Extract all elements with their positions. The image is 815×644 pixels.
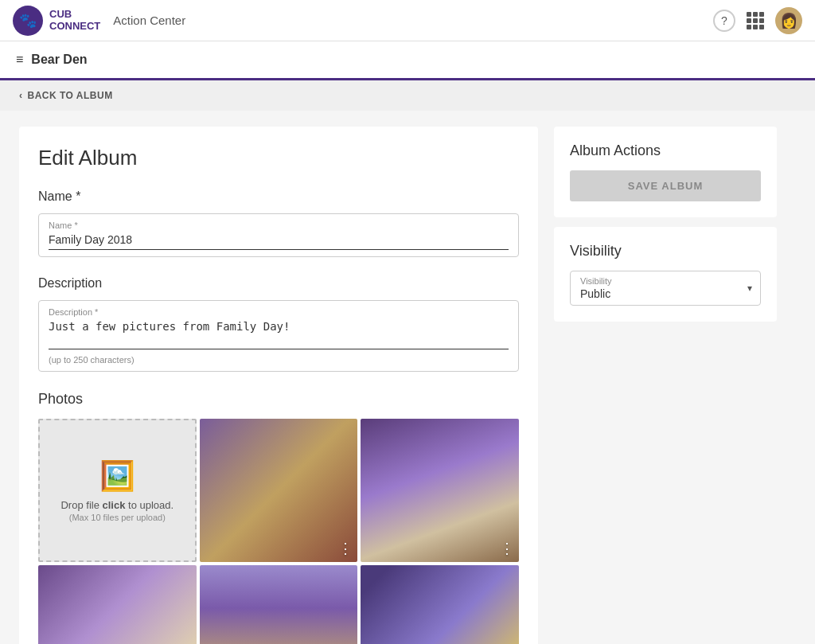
description-section-label: Description <box>38 276 519 291</box>
logo-icon: 🐾 <box>13 6 43 36</box>
description-field-label: Description * <box>49 307 509 317</box>
char-hint: (up to 250 characters) <box>49 355 509 365</box>
right-panel: Album Actions SAVE ALBUM Visibility Visi… <box>554 127 777 644</box>
help-icon[interactable]: ? <box>713 10 735 32</box>
header-right: ? 👩 <box>713 7 802 34</box>
name-input[interactable] <box>49 232 509 250</box>
description-section: Description Description * (up to 250 cha… <box>38 276 519 372</box>
upload-icon: 🖼️ <box>99 459 135 493</box>
photo-upload-box[interactable]: 🖼️ Drop file click to upload. (Max 10 fi… <box>38 419 197 562</box>
photo-thumb-1[interactable]: ⋮ <box>200 419 358 562</box>
upload-max-text: (Max 10 files per upload) <box>69 513 166 522</box>
logo-cub: CUB <box>49 9 100 20</box>
avatar[interactable]: 👩 <box>775 7 802 34</box>
photo-thumb-5[interactable] <box>361 565 519 644</box>
upload-text: Drop file click to upload. <box>60 499 174 511</box>
visibility-card: Visibility Visibility Public Private Res… <box>554 227 777 322</box>
photos-title: Photos <box>38 391 519 408</box>
logo-area[interactable]: 🐾 CUB CONNECT <box>13 6 100 36</box>
logo-text: CUB CONNECT <box>49 9 100 32</box>
back-to-album-link[interactable]: ‹ BACK TO ALBUM <box>19 90 796 101</box>
main-content: Edit Album Name * Name * Description Des… <box>0 111 796 644</box>
logo-connect: CONNECT <box>49 21 100 32</box>
visibility-label: Visibility <box>580 276 751 286</box>
sub-header-title: Bear Den <box>31 53 87 67</box>
visibility-select-wrapper: Visibility Public Private Restricted ▾ <box>570 271 761 306</box>
hamburger-menu[interactable]: ≡ <box>16 53 23 67</box>
header-left: 🐾 CUB CONNECT Action Center <box>13 6 185 36</box>
album-actions-card: Album Actions SAVE ALBUM <box>554 127 777 217</box>
name-section-label: Name * <box>38 189 519 204</box>
photos-section: Photos 🖼️ Drop file click to upload. (Ma… <box>38 391 519 644</box>
photo-options-icon-1[interactable]: ⋮ <box>338 540 353 557</box>
header: 🐾 CUB CONNECT Action Center ? 👩 <box>0 0 815 41</box>
apps-icon[interactable] <box>747 12 764 29</box>
description-textarea[interactable] <box>49 318 509 349</box>
photo-thumb-2[interactable]: ⋮ <box>361 419 519 562</box>
left-panel: Edit Album Name * Name * Description Des… <box>19 127 538 644</box>
name-field-wrapper: Name * <box>38 213 519 257</box>
photos-grid: 🖼️ Drop file click to upload. (Max 10 fi… <box>38 419 519 644</box>
sub-header: ≡ Bear Den <box>0 41 815 80</box>
name-section: Name * Name * <box>38 189 519 257</box>
name-field-label: Name * <box>49 221 509 230</box>
page-title: Edit Album <box>38 146 519 170</box>
save-album-button[interactable]: SAVE ALBUM <box>570 170 761 201</box>
description-field-wrapper: Description * (up to 250 characters) <box>38 300 519 372</box>
back-arrow-icon: ‹ <box>19 90 23 101</box>
visibility-select[interactable]: Public Private Restricted <box>580 287 751 300</box>
photo-options-icon-2[interactable]: ⋮ <box>500 540 514 557</box>
back-label: BACK TO ALBUM <box>28 90 113 101</box>
album-actions-title: Album Actions <box>570 142 761 159</box>
back-bar: ‹ BACK TO ALBUM <box>0 80 815 111</box>
visibility-title: Visibility <box>570 243 761 260</box>
photo-thumb-4[interactable] <box>200 565 358 644</box>
photo-thumb-3[interactable] <box>38 565 197 644</box>
header-title: Action Center <box>113 14 185 27</box>
